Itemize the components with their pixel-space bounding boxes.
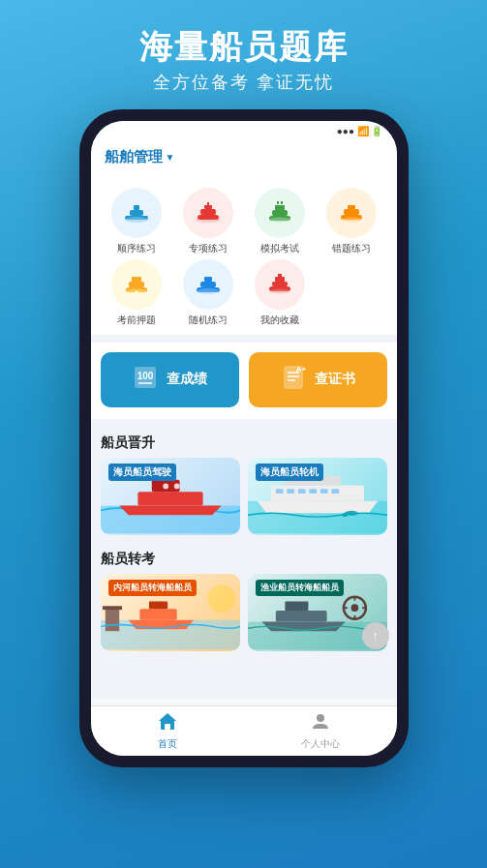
action-buttons: 100 查成绩 A+ — [91, 343, 397, 419]
upgrade-card-drive-label: 海员船员驾驶 — [108, 464, 176, 481]
svg-point-14 — [269, 217, 290, 222]
profile-icon — [311, 711, 330, 735]
svg-rect-56 — [297, 489, 305, 494]
icon-item-shoucang[interactable]: 我的收藏 — [244, 259, 316, 327]
svg-rect-6 — [200, 209, 216, 215]
svg-rect-30 — [275, 277, 285, 282]
check-cert-label: 查证书 — [315, 371, 355, 388]
transfer-section-title: 船员转考 — [91, 543, 397, 574]
svg-rect-57 — [309, 489, 317, 494]
svg-point-27 — [197, 288, 220, 294]
check-score-icon: 100 — [132, 364, 159, 396]
icon-item-moni[interactable]: 模拟考试 — [244, 188, 316, 255]
svg-rect-21 — [132, 277, 141, 282]
upgrade-section-title: 船员晋升 — [91, 427, 397, 458]
nav-label-profile: 个人中心 — [301, 737, 340, 751]
upgrade-cards: 海员船员驾驶 — [91, 458, 397, 543]
header-subtitle: 全方位备考 拿证无忧 — [139, 71, 349, 94]
svg-rect-62 — [102, 606, 121, 610]
svg-point-3 — [125, 217, 148, 223]
svg-rect-26 — [204, 277, 212, 282]
upgrade-card-drive[interactable]: 海员船员驾驶 — [101, 458, 240, 535]
svg-rect-55 — [287, 489, 294, 494]
svg-text:100: 100 — [137, 371, 154, 381]
svg-rect-2 — [134, 205, 139, 210]
icon-label-moni: 模拟考试 — [260, 242, 299, 255]
check-score-label: 查成绩 — [167, 371, 207, 388]
icon-grid-row1: 顺序练习 专项练习 — [101, 188, 387, 255]
svg-point-69 — [350, 604, 358, 612]
scroll-icon: ↑ — [373, 629, 379, 643]
check-cert-button[interactable]: A+ 查证书 — [249, 352, 387, 407]
icon-label-shoucang: 我的收藏 — [260, 314, 299, 327]
svg-rect-59 — [331, 489, 339, 494]
nav-item-home[interactable]: 首页 — [91, 706, 244, 756]
icon-label-cuoti: 错题练习 — [332, 242, 371, 255]
svg-point-46 — [163, 483, 168, 489]
upgrade-section: 船员晋升 海员船员驾驶 — [91, 427, 397, 543]
svg-marker-42 — [119, 505, 222, 515]
svg-rect-65 — [148, 601, 167, 609]
icon-placeholder — [316, 259, 387, 327]
svg-rect-58 — [320, 489, 327, 494]
icons-section: 顺序练习 专项练习 — [91, 174, 397, 335]
transfer-card-fish-label: 渔业船员转海船船员 — [256, 580, 344, 596]
svg-point-66 — [207, 584, 235, 613]
header-text: 海量船员题库 全方位备考 拿证无忧 — [139, 0, 349, 109]
bottom-nav: 首页 个人中心 — [91, 705, 397, 756]
nav-title: 船舶管理 — [105, 148, 163, 166]
svg-point-80 — [317, 714, 324, 722]
check-score-button[interactable]: 100 查成绩 — [101, 352, 239, 407]
icon-item-shunxu[interactable]: 顺序练习 — [101, 188, 172, 255]
svg-point-18 — [341, 217, 362, 222]
icon-label-kaoyati: 考前押题 — [117, 314, 156, 327]
svg-rect-75 — [275, 611, 326, 622]
svg-rect-64 — [139, 609, 176, 620]
svg-rect-5 — [198, 215, 219, 220]
svg-rect-52 — [271, 485, 364, 500]
icon-item-suiji[interactable]: 随机练习 — [172, 259, 244, 327]
svg-rect-25 — [200, 282, 216, 287]
svg-rect-20 — [129, 282, 144, 287]
status-bar-signal: ●●● 📶 🔋 — [337, 126, 383, 136]
transfer-cards: 内河船员转海船船员 — [91, 574, 397, 659]
float-scroll-button[interactable]: ↑ — [362, 622, 389, 649]
svg-rect-29 — [272, 282, 288, 286]
icon-item-kaoyati[interactable]: 考前押题 — [101, 259, 172, 327]
svg-rect-8 — [207, 202, 209, 205]
svg-rect-16 — [344, 209, 359, 215]
icon-label-zhuanxiang: 专项练习 — [189, 242, 228, 255]
svg-rect-17 — [348, 205, 355, 209]
check-cert-icon: A+ — [280, 364, 307, 396]
svg-rect-61 — [105, 608, 118, 631]
phone-screen: ●●● 📶 🔋 船舶管理 ▼ — [91, 121, 397, 756]
nav-arrow-icon: ▼ — [166, 152, 175, 163]
icon-item-zhuanxiang[interactable]: 专项练习 — [172, 188, 244, 255]
top-nav[interactable]: 船舶管理 ▼ — [91, 142, 397, 174]
transfer-section: 船员转考 内河船员转海船船员 — [91, 543, 397, 663]
svg-rect-43 — [137, 492, 202, 505]
svg-point-23 — [126, 288, 147, 293]
transfer-card-river[interactable]: 内河船员转海船船员 — [101, 574, 240, 651]
nav-label-home: 首页 — [158, 737, 177, 751]
home-icon — [158, 711, 177, 735]
svg-point-32 — [269, 288, 290, 293]
status-bar: ●●● 📶 🔋 — [91, 121, 397, 142]
transfer-card-river-label: 内河船员转海船船员 — [108, 580, 197, 596]
svg-rect-31 — [278, 274, 282, 277]
svg-rect-76 — [285, 601, 308, 611]
svg-rect-10 — [272, 210, 288, 216]
svg-marker-51 — [257, 501, 378, 513]
scroll-content: 顺序练习 专项练习 — [91, 174, 397, 699]
svg-rect-1 — [130, 210, 143, 216]
icon-label-suiji: 随机练习 — [189, 314, 228, 327]
svg-rect-54 — [275, 489, 283, 494]
svg-rect-7 — [204, 205, 212, 209]
header-title: 海量船员题库 — [139, 27, 349, 67]
upgrade-card-engine[interactable]: 海员船员轮机 — [248, 458, 387, 535]
svg-point-47 — [173, 483, 179, 489]
icon-grid-row2: 考前押题 随机练习 — [101, 259, 387, 327]
svg-marker-78 — [159, 713, 176, 721]
nav-item-profile[interactable]: 个人中心 — [244, 706, 397, 756]
icon-item-cuoti[interactable]: 错题练习 — [316, 188, 387, 255]
